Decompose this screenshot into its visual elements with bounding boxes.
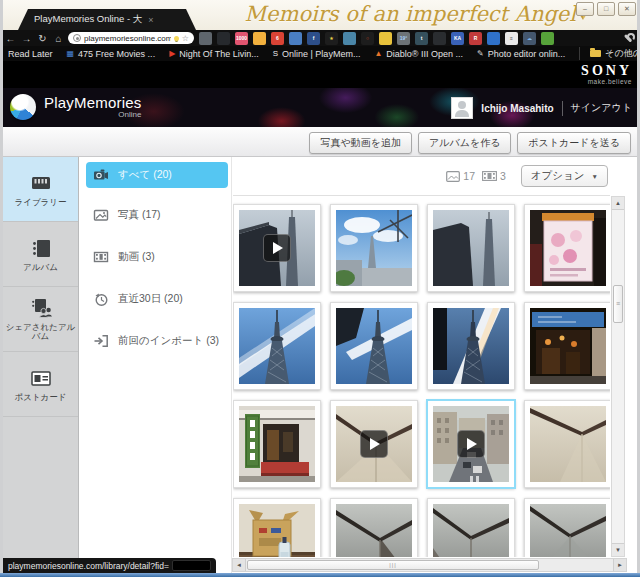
sidebar-item-postcard[interactable]: ポストカード [3, 352, 78, 417]
red-6-ext-icon[interactable]: 6 [271, 32, 284, 45]
page-ext-icon[interactable]: ≡ [505, 32, 518, 45]
photo-card[interactable] [524, 204, 610, 292]
minimize-button[interactable]: – [576, 2, 594, 16]
photo-card[interactable] [233, 302, 321, 390]
create-album-button[interactable]: アルバムを作る [418, 132, 511, 154]
scroll-left-icon[interactable]: ◄ [233, 559, 246, 571]
photo-card[interactable] [330, 498, 418, 557]
bookmark-label: Night Of The Livin... [179, 49, 258, 59]
video-icon [93, 249, 109, 265]
filter-item-videos[interactable]: 動画 (3) [86, 244, 228, 270]
camera-icon [93, 167, 109, 183]
home-button[interactable]: ⌂ [52, 32, 65, 45]
photo-thumbnail [530, 504, 606, 557]
facebook-ext-icon[interactable]: f [307, 32, 320, 45]
power-ext-icon[interactable]: ○ [361, 32, 374, 45]
tumblr-ext-icon[interactable]: t [415, 32, 428, 45]
bookmark-read-later[interactable]: Read Later [8, 49, 53, 59]
redacted-id [172, 560, 211, 571]
browser-tab[interactable]: PlayMemories Online - 大 × [18, 9, 196, 30]
photo-card[interactable] [427, 204, 515, 292]
filter-item-last-import[interactable]: 前回のインポート (3) [86, 328, 228, 354]
sidebar-item-library[interactable]: ライブラリー [3, 157, 78, 222]
photo-card[interactable] [524, 302, 610, 390]
photo-card[interactable] [330, 302, 418, 390]
bookmark-label: Online | PlayMem... [282, 49, 360, 59]
photo-card[interactable] [427, 498, 515, 557]
library-icon [30, 172, 52, 194]
bookmark-night-of-living[interactable]: ▶Night Of The Livin... [169, 49, 259, 59]
orange-ball-ext-icon[interactable] [253, 32, 266, 45]
green-ext-icon[interactable] [541, 32, 554, 45]
star-ext-icon[interactable]: ★ [325, 32, 338, 45]
capture-ext-icon[interactable] [199, 32, 212, 45]
photo-card[interactable] [427, 400, 515, 488]
scroll-up-icon[interactable]: ▲ [612, 197, 624, 210]
photo-editor-icon: ✎ [477, 49, 484, 58]
forward-button[interactable]: → [20, 32, 33, 45]
weather-ext-icon[interactable]: 19° [397, 32, 410, 45]
photo-card[interactable] [330, 400, 418, 488]
headphones-ext-icon[interactable] [433, 32, 446, 45]
r-plus-ext-icon[interactable]: R [469, 32, 482, 45]
sidebar-item-album[interactable]: アルバム [3, 222, 78, 287]
bookmark-photo-editor[interactable]: ✎Photo editor onlin... [477, 49, 565, 59]
browser-window: Memoirs of an imperfect Angel –□✕ PlayMe… [0, 0, 640, 577]
photo-card[interactable] [233, 204, 321, 292]
bookmark-free-movies[interactable]: ▦475 Free Movies ... [67, 49, 156, 59]
options-button[interactable]: オプション ▼ [521, 165, 608, 187]
photo-thumbnail [336, 308, 412, 384]
ka-ext-icon[interactable]: KA [451, 32, 464, 45]
photo-card[interactable] [233, 498, 321, 557]
photo-count-icon [446, 171, 460, 182]
add-photos-button[interactable]: 写真や動画を追加 [309, 132, 411, 154]
horizontal-scrollbar[interactable]: ◄ ► [232, 558, 627, 572]
send-postcard-button[interactable]: ポストカードを送る [517, 132, 631, 154]
bookmark-star-icon[interactable]: ☆ [182, 34, 189, 43]
close-button[interactable]: ✕ [618, 2, 636, 16]
wrench-menu-icon[interactable] [624, 32, 636, 44]
smiley-ext-icon[interactable] [379, 32, 392, 45]
tab-close-icon[interactable]: × [148, 15, 153, 25]
scroll-down-icon[interactable]: ▼ [612, 543, 624, 556]
reload-button[interactable]: ↻ [36, 32, 49, 45]
app-title: PlayMemories [44, 95, 141, 110]
filter-item-all[interactable]: すべて (20) [86, 162, 228, 188]
color-wheel-ext-icon[interactable] [217, 32, 230, 45]
folders-ext-icon[interactable] [289, 32, 302, 45]
vertical-scrollbar[interactable]: ▲ ▼ [611, 196, 625, 557]
cloud-ext-icon[interactable]: ☁ [523, 32, 536, 45]
photo-card[interactable] [427, 302, 515, 390]
sony-bar: SONY make.believe [0, 61, 640, 88]
filter-label: すべて (20) [118, 168, 172, 182]
photo-card[interactable] [330, 204, 418, 292]
page-icon [73, 34, 81, 42]
globe-ext-icon[interactable] [487, 32, 500, 45]
bookmark-playmem-online[interactable]: SOnline | PlayMem... [273, 49, 361, 59]
sidebar-item-label: ポストカード [14, 393, 68, 402]
play-icon [360, 430, 388, 458]
bookmark-other-bookmarks[interactable]: その他のブックマーク [579, 47, 640, 60]
scroll-right-icon[interactable]: ► [613, 559, 626, 571]
user-name: Ichijo Masahito [481, 103, 553, 114]
bookmark-diablo[interactable]: ▲Diablo® III Open ... [374, 49, 463, 59]
badge-1000-ext-icon[interactable]: 1000 [235, 32, 248, 45]
sony-logo: SONY [581, 64, 632, 78]
photo-card[interactable] [524, 498, 610, 557]
horizontal-scroll-thumb[interactable] [247, 560, 539, 570]
action-toolbar: 写真や動画を追加アルバムを作るポストカードを送る [0, 127, 640, 157]
sea-ext-icon[interactable] [343, 32, 356, 45]
back-button[interactable]: ← [4, 32, 17, 45]
filter-item-recent-30-days[interactable]: 直近30日 (20) [86, 286, 228, 312]
url-text: playmemoriesonline.com/ [84, 34, 171, 43]
vertical-scroll-thumb[interactable] [613, 285, 623, 323]
address-bar[interactable]: playmemoriesonline.com/ ☆ [68, 32, 194, 44]
sidebar-item-shared-albums[interactable]: シェアされたアルバム [3, 287, 78, 352]
photo-thumbnail [336, 210, 412, 286]
lightbulb-icon[interactable] [174, 36, 179, 41]
photo-card[interactable] [233, 400, 321, 488]
filter-item-photos[interactable]: 写真 (17) [86, 202, 228, 228]
maximize-button[interactable]: □ [597, 2, 615, 16]
photo-card[interactable] [524, 400, 610, 488]
signout-link[interactable]: サインアウト [571, 101, 632, 115]
